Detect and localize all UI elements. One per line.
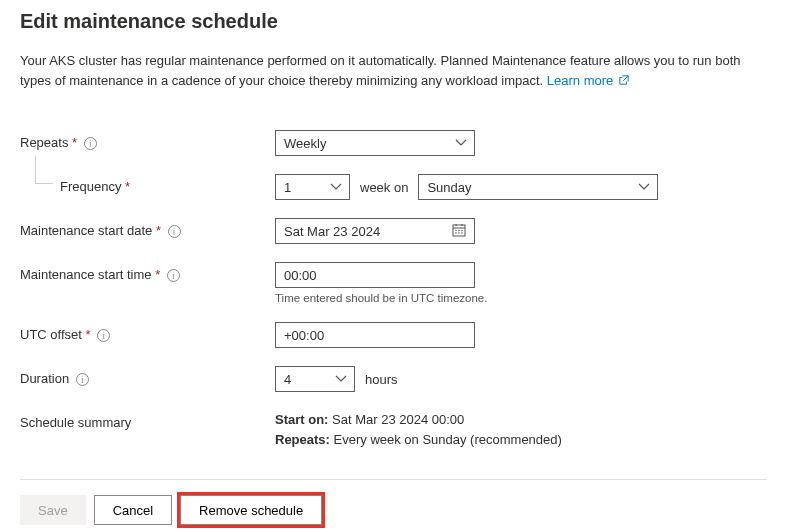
frequency-day-select[interactable]: Sunday xyxy=(418,174,658,200)
learn-more-link[interactable]: Learn more xyxy=(547,73,629,88)
frequency-count-select[interactable]: 1 xyxy=(275,174,350,200)
frequency-day-value: Sunday xyxy=(427,180,471,195)
external-link-icon xyxy=(619,71,629,81)
info-icon[interactable]: i xyxy=(168,225,181,238)
start-date-label: Maintenance start date * i xyxy=(20,218,275,238)
repeats-label: Repeats * i xyxy=(20,130,275,150)
start-time-label: Maintenance start time * i xyxy=(20,262,275,282)
repeats-select[interactable]: Weekly xyxy=(275,130,475,156)
frequency-label: Frequency * xyxy=(20,174,275,194)
learn-more-label: Learn more xyxy=(547,73,613,88)
repeats-value: Weekly xyxy=(284,136,326,151)
summary-repeats-label: Repeats: xyxy=(275,432,330,447)
summary-start-on-value: Sat Mar 23 2024 00:00 xyxy=(328,412,464,427)
start-date-input[interactable]: Sat Mar 23 2024 xyxy=(275,218,475,244)
description-body: Your AKS cluster has regular maintenance… xyxy=(20,53,740,88)
start-time-helper: Time entered should be in UTC timezone. xyxy=(275,292,487,304)
calendar-icon xyxy=(452,223,466,240)
frequency-count-value: 1 xyxy=(284,180,291,195)
info-icon[interactable]: i xyxy=(84,137,97,150)
summary-repeats-value: Every week on Sunday (recommended) xyxy=(330,432,562,447)
cancel-button[interactable]: Cancel xyxy=(94,495,172,525)
duration-label: Duration i xyxy=(20,366,275,386)
remove-schedule-button[interactable]: Remove schedule xyxy=(180,495,322,525)
info-icon[interactable]: i xyxy=(97,329,110,342)
info-icon[interactable]: i xyxy=(167,269,180,282)
page-title: Edit maintenance schedule xyxy=(20,10,767,33)
start-time-value: 00:00 xyxy=(284,268,317,283)
utc-offset-label: UTC offset * i xyxy=(20,322,275,342)
utc-offset-input[interactable]: +00:00 xyxy=(275,322,475,348)
summary-text: Start on: Sat Mar 23 2024 00:00 Repeats:… xyxy=(275,410,562,449)
save-button: Save xyxy=(20,495,86,525)
summary-label: Schedule summary xyxy=(20,410,275,430)
info-icon[interactable]: i xyxy=(76,373,89,386)
start-time-input[interactable]: 00:00 xyxy=(275,262,475,288)
footer: Save Cancel Remove schedule xyxy=(20,479,767,525)
start-date-value: Sat Mar 23 2024 xyxy=(284,224,380,239)
duration-unit: hours xyxy=(365,372,398,387)
description-text: Your AKS cluster has regular maintenance… xyxy=(20,51,767,90)
week-on-text: week on xyxy=(360,180,408,195)
duration-value: 4 xyxy=(284,372,291,387)
duration-select[interactable]: 4 xyxy=(275,366,355,392)
summary-start-on-label: Start on: xyxy=(275,412,328,427)
utc-offset-value: +00:00 xyxy=(284,328,324,343)
indent-line xyxy=(35,156,53,184)
